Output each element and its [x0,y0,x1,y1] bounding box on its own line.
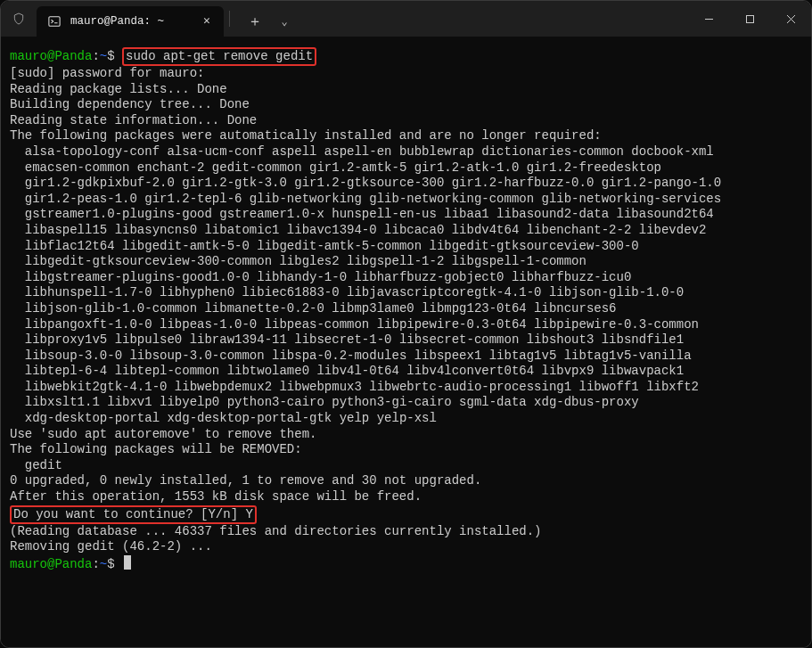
terminal-line: The following packages were automaticall… [10,128,602,143]
terminal-line: Reading state information... Done [10,113,257,127]
prompt-user-host: mauro@Panda [10,557,92,571]
prompt-path: ~ [100,49,107,63]
tab-close-button[interactable]: ✕ [199,13,215,29]
prompt-user-host: mauro@Panda [10,49,92,63]
tab-active[interactable]: mauro@Panda: ~ ✕ [37,6,224,37]
terminal-line: The following packages will be REMOVED: [10,442,302,456]
terminal-line: libwebkit2gtk-4.1-0 libwebpdemux2 libweb… [10,380,699,394]
terminal-line: Use 'sudo apt autoremove' to remove them… [10,427,316,441]
terminal-line: libxslt1.1 libxv1 libyelp0 python3-cairo… [10,395,639,409]
terminal-line: libjson-glib-1.0-common libmanette-0.2-0… [10,301,617,316]
terminal-line: libsoup-3.0-0 libsoup-3.0-common libspa-… [10,349,692,363]
terminal-window: mauro@Panda: ~ ✕ ＋ ⌄ mauro@Panda:~$ sudo… [0,0,812,648]
prompt-colon: : [92,49,99,63]
svg-rect-2 [746,15,753,22]
terminal-line: libtepl-6-4 libtepl-common libtwolame0 l… [10,364,684,378]
minimize-button[interactable] [688,1,729,37]
tab-title: mauro@Panda: ~ [70,15,190,28]
terminal-line: alsa-topology-conf alsa-ucm-conf aspell … [10,144,714,159]
terminal-line: Reading package lists... Done [10,82,227,96]
prompt-symbol: $ [107,49,122,63]
terminal-line: libproxy1v5 libpulse0 libraw1394-11 libs… [10,332,684,347]
shield-icon [1,1,37,37]
cursor [124,555,131,570]
terminal-line: libhunspell-1.7-0 libhyphen0 libiec61883… [10,285,684,299]
tab-separator [229,11,230,27]
prompt-symbol: $ [107,557,122,571]
terminal-line: After this operation, 1553 kB disk space… [10,489,422,504]
command-highlight: sudo apt-get remove gedit [122,47,316,66]
close-button[interactable] [770,1,811,37]
prompt-colon: : [92,557,99,571]
terminal-line: Removing gedit (46.2-2) ... [10,539,212,554]
terminal-line: gir1.2-gdkpixbuf-2.0 gir1.2-gtk-3.0 gir1… [10,176,721,190]
terminal-line: gir1.2-peas-1.0 gir1.2-tepl-6 glib-netwo… [10,192,721,206]
terminal-line: Building dependency tree... Done [10,97,250,111]
terminal-line: emacsen-common enchant-2 gedit-common gi… [10,160,661,175]
terminal-line: (Reading database ... 46337 files and di… [10,524,542,538]
terminal-line: libaspell15 libasyncns0 libatomic1 libav… [10,223,706,237]
terminal-body[interactable]: mauro@Panda:~$ sudo apt-get remove gedit… [1,37,811,647]
prompt-path: ~ [100,557,107,571]
window-controls [688,1,811,37]
terminal-line: libflac12t64 libgedit-amtk-5-0 libgedit-… [10,239,639,253]
terminal-line: libgstreamer-plugins-good1.0-0 libhandy-… [10,270,631,284]
terminal-line: libpangoxft-1.0-0 libpeas-1.0-0 libpeas-… [10,317,699,332]
terminal-line: gedit [10,458,62,472]
terminal-line: [sudo] password for mauro: [10,66,204,80]
terminal-line: xdg-desktop-portal xdg-desktop-portal-gt… [10,411,437,425]
terminal-icon [47,14,62,29]
tab-dropdown-button[interactable]: ⌄ [275,6,294,37]
maximize-button[interactable] [729,1,770,37]
terminal-line: 0 upgraded, 0 newly installed, 1 to remo… [10,473,481,488]
titlebar[interactable]: mauro@Panda: ~ ✕ ＋ ⌄ [1,1,811,37]
terminal-line: libgedit-gtksourceview-300-common libgle… [10,254,586,268]
terminal-line: gstreamer1.0-plugins-good gstreamer1.0-x… [10,207,714,221]
new-tab-button[interactable]: ＋ [241,6,269,37]
titlebar-drag-area[interactable] [294,1,688,37]
confirm-highlight: Do you want to continue? [Y/n] Y [10,505,257,524]
svg-rect-0 [49,17,60,27]
